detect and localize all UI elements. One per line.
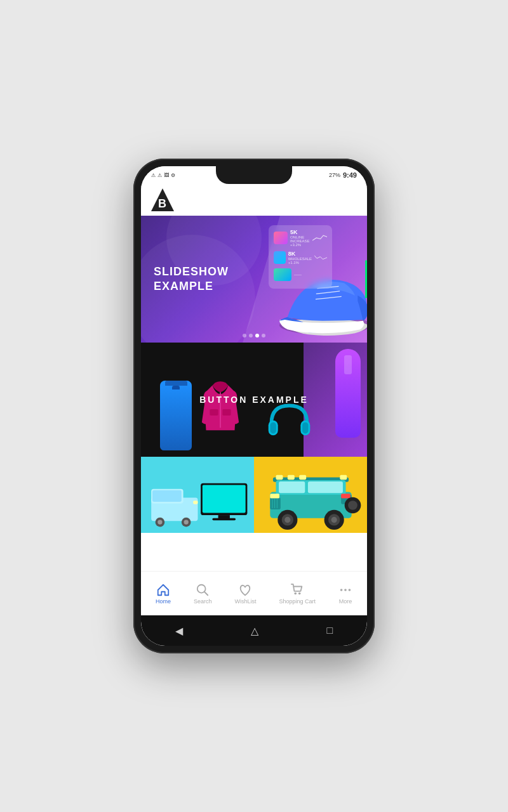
stat-line-1: 5K ONLINE INCREASE +3.2% <box>290 229 310 247</box>
svg-point-46 <box>331 517 337 523</box>
slideshow-title-line2: EXAMPLE <box>154 279 229 294</box>
svg-point-48 <box>348 501 358 510</box>
svg-rect-40 <box>341 494 351 498</box>
phone-frame: ⚠ ⚠ 🖼 ⚙ 27% 9:49 B <box>133 159 375 653</box>
phone-screen: ⚠ ⚠ 🖼 ⚙ 27% 9:49 B <box>141 166 367 646</box>
svg-point-51 <box>295 592 297 594</box>
svg-rect-38 <box>270 494 279 498</box>
more-icon <box>338 583 352 597</box>
warning-icon-1: ⚠ <box>151 173 156 178</box>
status-left-icons: ⚠ ⚠ 🖼 ⚙ <box>151 173 175 178</box>
svg-rect-24 <box>212 518 236 521</box>
settings-icon: ⚙ <box>171 173 175 178</box>
slideshow-title-line1: SLIDESHOW <box>154 265 229 279</box>
nav-label-wishlist: WishList <box>234 598 256 605</box>
system-bar: ◀ △ □ <box>141 615 367 646</box>
stat-graph-1 <box>312 232 327 244</box>
stat-thumb-2 <box>274 251 286 264</box>
image-icon: 🖼 <box>164 173 169 178</box>
svg-point-55 <box>349 589 351 591</box>
stat-graph-2 <box>314 251 327 264</box>
app-logo: B <box>151 188 174 211</box>
spacer <box>141 533 367 558</box>
nav-item-search[interactable]: Search <box>189 580 217 608</box>
button-section: BUTTON EXAMPLE <box>141 343 367 457</box>
svg-text:B: B <box>158 197 166 210</box>
nav-label-more: More <box>339 598 352 605</box>
dot-1 <box>243 334 246 337</box>
logo-area: B <box>141 184 367 216</box>
bottom-nav: Home Search WishList <box>141 571 367 615</box>
svg-rect-33 <box>307 481 342 493</box>
svg-rect-32 <box>279 481 305 493</box>
slideshow-text: SLIDESHOW EXAMPLE <box>141 252 241 307</box>
nav-label-home: Home <box>156 598 171 605</box>
product-jacket <box>198 377 243 454</box>
svg-rect-12 <box>302 422 308 434</box>
stat-row-1: 5K ONLINE INCREASE +3.2% <box>274 229 327 247</box>
stats-card: 5K ONLINE INCREASE +3.2% 8K WHO <box>269 225 332 289</box>
warning-icon-2: ⚠ <box>157 173 162 178</box>
svg-rect-19 <box>152 490 182 502</box>
dot-3-active <box>255 334 259 337</box>
svg-rect-28 <box>287 475 294 480</box>
nav-label-cart: Shopping Cart <box>279 598 316 605</box>
button-section-title: BUTTON EXAMPLE <box>199 395 309 405</box>
svg-line-50 <box>204 591 208 595</box>
grid-cell-electronics <box>141 457 254 533</box>
back-button[interactable]: ◀ <box>175 625 183 637</box>
svg-rect-8 <box>222 409 231 416</box>
dot-2 <box>249 334 253 337</box>
svg-rect-20 <box>193 501 197 504</box>
slideshow-banner: SLIDESHOW EXAMPLE 5K ONLINE INCREASE +3.… <box>141 216 367 343</box>
button-section-title-wrap: BUTTON EXAMPLE <box>199 395 309 405</box>
nav-item-cart[interactable]: Shopping Cart <box>274 580 321 608</box>
nav-label-search: Search <box>194 598 212 605</box>
notch <box>216 166 292 184</box>
battery-percent: 27% <box>329 172 340 178</box>
svg-rect-30 <box>340 475 347 480</box>
stat-line-2: 8K WHOLESALE +1.1% <box>288 251 312 265</box>
svg-point-43 <box>284 517 290 523</box>
svg-point-16 <box>157 520 162 524</box>
nav-item-more[interactable]: More <box>333 580 358 608</box>
product-bottle <box>160 381 192 450</box>
svg-rect-22 <box>202 485 245 513</box>
svg-rect-29 <box>299 475 306 480</box>
stat-thumb-1 <box>274 232 288 244</box>
home-button[interactable]: △ <box>251 625 258 637</box>
stat-thumb-3 <box>274 268 291 281</box>
svg-rect-7 <box>210 409 218 416</box>
cart-icon <box>290 583 304 597</box>
product-surfboard <box>335 349 361 438</box>
slide-dots <box>243 334 265 337</box>
grid-section <box>141 457 367 533</box>
app-content[interactable]: B SLIDESHOW EXAMPLE <box>141 184 367 571</box>
dot-4 <box>262 334 265 337</box>
stat-row-3: —— <box>274 268 327 281</box>
svg-point-53 <box>340 589 343 591</box>
scroll-indicator <box>365 260 367 298</box>
svg-point-52 <box>298 592 301 594</box>
grid-cell-automotive <box>254 457 367 533</box>
svg-rect-27 <box>276 475 283 480</box>
stat-row-2: 8K WHOLESALE +1.1% <box>274 251 327 265</box>
recents-button[interactable]: □ <box>327 625 333 636</box>
search-icon <box>196 583 210 597</box>
stat-line-3: —— <box>294 273 327 277</box>
heart-icon <box>238 583 252 597</box>
svg-rect-34 <box>270 498 281 509</box>
home-icon <box>156 583 170 597</box>
status-right-info: 27% 9:49 <box>329 171 357 179</box>
status-time: 9:49 <box>343 171 357 179</box>
product-headphones <box>265 400 316 450</box>
svg-point-18 <box>184 520 188 524</box>
nav-item-home[interactable]: Home <box>150 580 176 608</box>
nav-item-wishlist[interactable]: WishList <box>229 580 261 608</box>
svg-point-54 <box>344 589 347 591</box>
svg-rect-11 <box>271 422 276 434</box>
